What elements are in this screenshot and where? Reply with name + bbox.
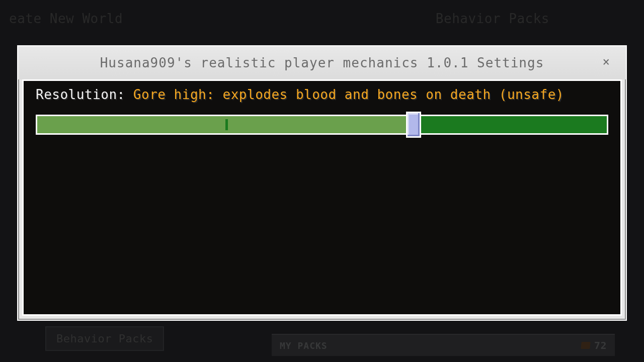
close-icon: ×	[603, 55, 610, 69]
modal-title: Husana909's realistic player mechanics 1…	[100, 55, 544, 70]
close-button[interactable]: ×	[599, 54, 614, 69]
modal-body: Resolution: Gore high: explodes blood an…	[22, 79, 622, 316]
slider-thumb[interactable]	[406, 112, 421, 138]
resolution-label-key: Resolution:	[36, 87, 125, 102]
settings-modal: Husana909's realistic player mechanics 1…	[17, 45, 627, 321]
resolution-label-value: Gore high: explodes blood and bones on d…	[133, 87, 564, 102]
slider-tick	[225, 119, 228, 130]
resolution-slider[interactable]	[36, 113, 608, 138]
modal-header: Husana909's realistic player mechanics 1…	[18, 46, 626, 79]
slider-track	[36, 115, 608, 135]
resolution-setting-label: Resolution: Gore high: explodes blood an…	[36, 86, 608, 104]
